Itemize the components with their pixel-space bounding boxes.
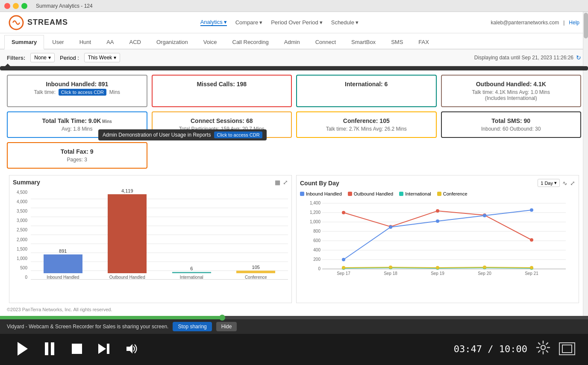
legend-outbound: Outbound Handled xyxy=(348,191,393,196)
stop-button[interactable] xyxy=(68,339,86,358)
cdr-button[interactable]: Click to access CDR xyxy=(214,131,262,138)
volume-button[interactable] xyxy=(122,339,141,358)
logo-area: STREAMS xyxy=(9,15,68,30)
bar-conf-bar[interactable] xyxy=(236,271,275,273)
tab-call-recording[interactable]: Call Recording xyxy=(225,35,276,49)
card-missed-title: Missed Calls: 198 xyxy=(159,81,285,88)
bar-chart-icon[interactable]: ▦ xyxy=(275,179,280,186)
card-outbound-subtitle2: (Includes International) xyxy=(449,95,574,101)
tab-bar: Summary User Hunt AA ACD Organization Vo… xyxy=(0,33,588,50)
none-dropdown-icon: ▾ xyxy=(48,55,51,61)
nav-period-over-period[interactable]: Period Over Period ▾ xyxy=(271,19,323,26)
current-time: 03:47 xyxy=(454,344,482,354)
card-conference-subtitle: Talk time: 2.7K Mins Avg: 26.2 Mins xyxy=(304,126,429,132)
tab-smartbox[interactable]: SmartBox xyxy=(344,35,383,49)
svg-point-51 xyxy=(530,266,533,269)
svg-rect-54 xyxy=(51,342,54,355)
tab-connect[interactable]: Connect xyxy=(308,35,343,49)
legend-inbound-dot xyxy=(300,192,304,196)
progress-bar-container[interactable] xyxy=(0,316,588,319)
tab-admin[interactable]: Admin xyxy=(277,35,307,49)
tab-fax[interactable]: FAX xyxy=(411,35,436,49)
cdr-btn-inline[interactable]: Click to access CDR xyxy=(59,89,106,96)
browser-chrome: Summary Analytics - 124 xyxy=(0,0,588,12)
nav-schedule[interactable]: Schedule ▾ xyxy=(331,19,359,26)
logo-icon xyxy=(9,15,24,30)
card-total-fax[interactable]: Total Fax: 9 Pages: 3 xyxy=(7,142,147,169)
svg-rect-57 xyxy=(107,344,109,354)
card-total-sms[interactable]: Total SMS: 90 Inbound: 60 Outbound: 30 xyxy=(441,111,582,138)
card-fax-subtitle: Pages: 3 xyxy=(15,157,140,163)
period-dropdown-icon-small: ▾ xyxy=(114,55,116,61)
minimize-btn[interactable] xyxy=(13,3,19,9)
card-inbound-subtitle: Talk time: Click to access CDR Mins xyxy=(15,89,140,95)
compare-dropdown-icon: ▾ xyxy=(259,19,262,26)
y-axis-labels: 0 500 1,000 1,500 2,000 2,500 3,000 3,50… xyxy=(13,190,29,280)
expand-line-icon[interactable]: ⤢ xyxy=(570,180,575,187)
bar-intl-label: 6 xyxy=(190,266,193,271)
bars-container: 891 Inbound Handled 4,119 Outbound Handl… xyxy=(31,190,288,280)
count-by-day-panel: Count By Day 1 Day ▾ ∿ ⤢ Inbound Handled xyxy=(296,175,579,303)
svg-point-38 xyxy=(389,225,392,229)
tab-summary[interactable]: Summary xyxy=(4,35,44,50)
play-button[interactable] xyxy=(13,339,32,358)
card-inbound-handled[interactable]: Inbound Handled: 891 Talk time: Click to… xyxy=(7,75,147,107)
filter-period-dropdown[interactable]: This Week ▾ xyxy=(84,53,120,62)
skip-icon xyxy=(97,342,111,356)
count-by-day-header: Count By Day 1 Day ▾ ∿ ⤢ xyxy=(300,179,575,189)
card-sms-subtitle: Inbound: 60 Outbound: 30 xyxy=(449,126,574,132)
card-fax-title: Total Fax: 9 xyxy=(15,148,140,155)
nav-analytics[interactable]: Analytics ▾ xyxy=(200,19,227,26)
card-sms-title: Total SMS: 90 xyxy=(449,117,574,124)
svg-point-49 xyxy=(436,266,439,269)
settings-button[interactable] xyxy=(536,340,550,358)
help-link[interactable]: Help xyxy=(569,20,579,26)
bar-inbound-bar[interactable] xyxy=(44,254,82,273)
filter-none-dropdown[interactable]: None ▾ xyxy=(30,53,55,62)
svg-point-32 xyxy=(342,211,345,214)
tab-hunt[interactable]: Hunt xyxy=(72,35,98,49)
fullscreen-button[interactable] xyxy=(559,342,575,355)
scrollbar[interactable] xyxy=(583,12,588,316)
card-missed-calls[interactable]: Missed Calls: 198 xyxy=(152,75,292,107)
card-outbound-handled[interactable]: Outbound Handled: 4.1K Talk time: 4.1K M… xyxy=(441,75,582,107)
svg-point-37 xyxy=(342,258,345,261)
player-controls: 03:47 / 10:00 xyxy=(0,334,588,364)
card-international[interactable]: International: 6 xyxy=(296,75,437,107)
stop-sharing-button[interactable]: Stop sharing xyxy=(173,322,212,331)
video-player: Vidyard - Webcam & Screen Recorder for S… xyxy=(0,316,588,365)
tab-sms[interactable]: SMS xyxy=(384,35,410,49)
line-chart-icon[interactable]: ∿ xyxy=(562,180,567,187)
svg-point-47 xyxy=(342,266,345,269)
tab-user[interactable]: User xyxy=(45,35,71,49)
maximize-btn[interactable] xyxy=(21,3,27,9)
svg-text:600: 600 xyxy=(313,238,320,243)
expand-chart-icon[interactable]: ⤢ xyxy=(283,179,288,186)
svg-text:Sep 18: Sep 18 xyxy=(384,271,397,276)
svg-marker-52 xyxy=(18,342,28,356)
scrollbar-thumb[interactable] xyxy=(584,13,588,38)
period-label: Period : xyxy=(60,55,79,61)
settings-icon xyxy=(536,340,550,355)
hide-button[interactable]: Hide xyxy=(216,322,237,331)
footer: ©2023 PanTerra Networks, Inc. All rights… xyxy=(0,305,588,314)
play-icon xyxy=(16,341,29,356)
refresh-icon[interactable]: ↻ xyxy=(576,54,581,61)
close-btn[interactable] xyxy=(4,3,10,9)
bar-outbound-bar[interactable] xyxy=(108,194,147,273)
card-conference[interactable]: Conference: 105 Talk time: 2.7K Mins Avg… xyxy=(296,111,437,138)
filters-right: Displaying data until Sep 21, 2023 11:26… xyxy=(474,54,581,61)
tab-voice[interactable]: Voice xyxy=(196,35,224,49)
bar-intl-bar[interactable] xyxy=(172,272,211,273)
nav-compare[interactable]: Compare ▾ xyxy=(235,19,262,26)
tab-acd[interactable]: ACD xyxy=(122,35,148,49)
tab-organization[interactable]: Organization xyxy=(149,35,195,49)
skip-forward-button[interactable] xyxy=(95,339,114,358)
svg-rect-53 xyxy=(45,342,48,355)
pause-button[interactable] xyxy=(40,339,59,358)
tab-aa[interactable]: AA xyxy=(99,35,121,49)
period-selector[interactable]: 1 Day ▾ xyxy=(538,179,560,187)
svg-text:Sep 19: Sep 19 xyxy=(431,271,444,276)
tooltip-popup: Admin Demonstration of User Usage in Rep… xyxy=(0,66,588,70)
legend-conf-dot xyxy=(437,192,441,196)
